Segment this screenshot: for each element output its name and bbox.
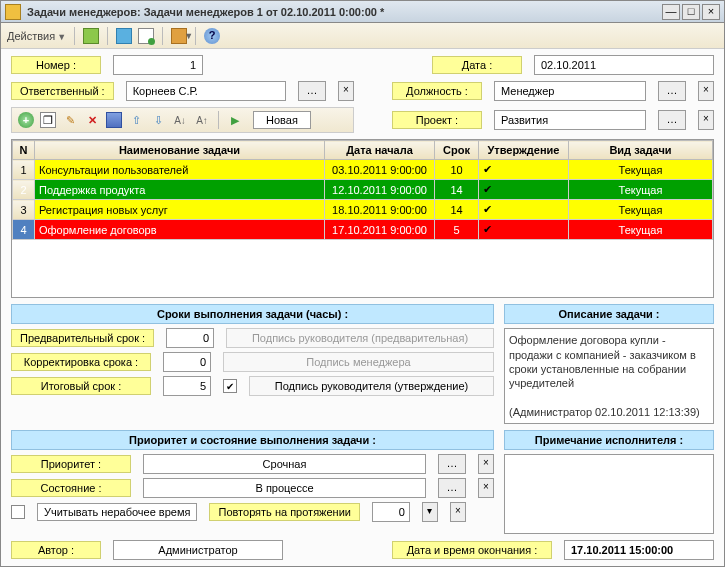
nonwork-label: Учитывать нерабочее время [37,503,197,521]
add-row-icon[interactable]: + [18,112,34,128]
post-icon[interactable] [83,28,99,44]
number-label: Номер : [11,56,101,74]
project-input[interactable]: Развития [494,110,646,130]
responsible-select-button[interactable]: … [298,81,326,101]
sign-manager: Подпись менеджера [223,352,494,372]
run-icon[interactable]: ▶ [227,112,243,128]
link-icon[interactable]: ▼ [171,28,187,44]
position-clear-button[interactable]: × [698,81,714,101]
priority-section-header: Приоритет и состояние выполнения задачи … [11,430,494,450]
repeat-clear-button[interactable]: × [450,502,466,522]
corr-term-input[interactable]: 0 [163,352,211,372]
timing-section-header: Сроки выполнения задачи (часы) : [11,304,494,324]
delete-row-icon[interactable]: ✕ [84,112,100,128]
position-select-button[interactable]: … [658,81,686,101]
position-input[interactable]: Менеджер [494,81,646,101]
minimize-button[interactable]: — [662,4,680,20]
number-input[interactable]: 1 [113,55,203,75]
table-row[interactable]: 1Консультации пользователей03.10.2011 9:… [13,160,713,180]
move-up-icon[interactable]: ⇧ [128,112,144,128]
table-row[interactable]: 4Оформление договорв17.10.2011 9:00:005✔… [13,220,713,240]
move-down-icon[interactable]: ⇩ [150,112,166,128]
new-doc-icon[interactable] [138,28,154,44]
pre-term-label: Предварительный срок : [11,329,154,347]
final-term-label: Итоговый срок : [11,377,151,395]
col-term[interactable]: Срок [435,141,479,160]
state-select-button[interactable]: … [438,478,466,498]
title-bar: Задачи менеджеров: Задачи менеджеров 1 о… [1,1,724,23]
save-icon[interactable] [106,112,122,128]
project-select-button[interactable]: … [658,110,686,130]
tasks-grid[interactable]: NНаименование задачиДата началаСрокУтвер… [11,139,714,298]
col-type[interactable]: Вид задачи [569,141,713,160]
window-title: Задачи менеджеров: Задачи менеджеров 1 о… [27,6,662,18]
state-input[interactable]: В процессе [143,478,426,498]
position-label: Должность : [392,82,482,100]
author-input[interactable]: Администратор [113,540,283,560]
date-input[interactable]: 02.10.2011 [534,55,714,75]
help-icon[interactable]: ? [204,28,220,44]
sign-final: Подпись руководителя (утверждение) [249,376,494,396]
close-button[interactable]: × [702,4,720,20]
corr-term-label: Корректировка срока : [11,353,151,371]
new-task-button[interactable]: Новая [253,111,311,129]
responsible-label: Ответственный : [11,82,114,100]
end-date-value: 17.10.2011 15:00:00 [564,540,714,560]
main-toolbar: Действия▼ ▼ ? [1,23,724,49]
col-n[interactable]: N [13,141,35,160]
refresh-icon[interactable] [116,28,132,44]
description-text[interactable]: Оформление договора купли - продажи с ко… [504,328,714,424]
state-label: Состояние : [11,479,131,497]
table-row[interactable]: 3Регистрация новых услуг18.10.2011 9:00:… [13,200,713,220]
sort-desc-icon[interactable]: A↑ [194,112,210,128]
priority-input[interactable]: Срочная [143,454,426,474]
pre-term-input[interactable]: 0 [166,328,214,348]
repeat-label: Повторять на протяжении [209,503,359,521]
sort-asc-icon[interactable]: A↓ [172,112,188,128]
repeat-dd[interactable]: ▾ [422,502,438,522]
responsible-clear-button[interactable]: × [338,81,354,101]
col-name[interactable]: Наименование задачи [35,141,325,160]
grid-toolbar: + ❐ ✎ ✕ ⇧ ⇩ A↓ A↑ ▶ Новая [11,107,354,133]
maximize-button[interactable]: □ [682,4,700,20]
description-section-header: Описание задачи : [504,304,714,324]
date-label: Дата : [432,56,522,74]
priority-select-button[interactable]: … [438,454,466,474]
priority-label: Приоритет : [11,455,131,473]
app-icon [5,4,21,20]
note-textarea[interactable] [504,454,714,534]
col-approve[interactable]: Утверждение [479,141,569,160]
responsible-input[interactable]: Корнеев С.Р. [126,81,286,101]
author-label: Автор : [11,541,101,559]
priority-clear-button[interactable]: × [478,454,494,474]
project-clear-button[interactable]: × [698,110,714,130]
repeat-input[interactable]: 0 [372,502,410,522]
final-sign-checkbox[interactable]: ✔ [223,379,237,393]
col-start[interactable]: Дата начала [325,141,435,160]
sign-pre: Подпись руководителя (предварительная) [226,328,494,348]
edit-row-icon[interactable]: ✎ [62,112,78,128]
table-row[interactable]: 2Поддержка продукта12.10.2011 9:00:0014✔… [13,180,713,200]
note-section-header: Примечание исполнителя : [504,430,714,450]
add-copy-icon[interactable]: ❐ [40,112,56,128]
state-clear-button[interactable]: × [478,478,494,498]
project-label: Проект : [392,111,482,129]
nonwork-checkbox[interactable] [11,505,25,519]
final-term-input[interactable]: 5 [163,376,211,396]
end-date-label: Дата и время окончания : [392,541,552,559]
actions-menu[interactable]: Действия▼ [7,30,66,42]
